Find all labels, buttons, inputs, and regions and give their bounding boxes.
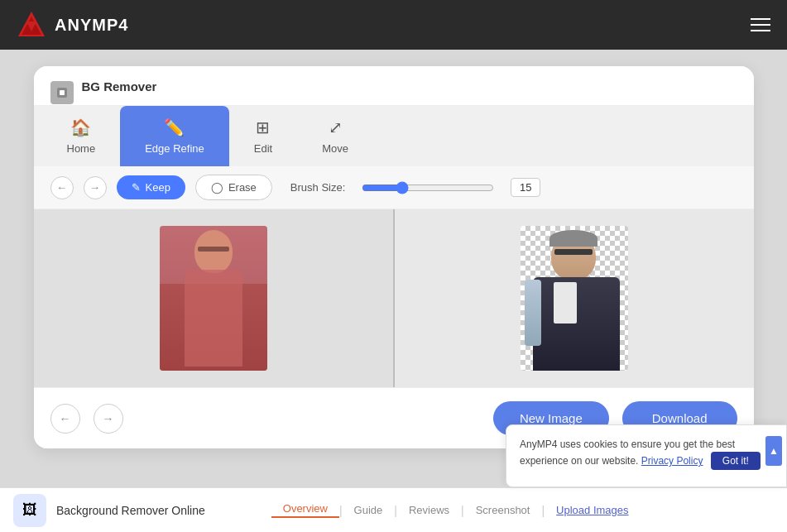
bg-remover-card: BG Remover 🏠 Home ✏️ Edge Refine ⊞ Edit … — [34, 66, 754, 448]
tab-move-label: Move — [322, 142, 348, 155]
canvas-right[interactable] — [395, 209, 754, 387]
nav-link-guide[interactable]: Guide — [343, 504, 395, 516]
tab-bar: 🏠 Home ✏️ Edge Refine ⊞ Edit ⤢ Move — [34, 106, 754, 166]
logo-text: ANYMP4 — [55, 16, 128, 35]
card-header-icon — [50, 81, 74, 104]
tab-move[interactable]: ⤢ Move — [297, 106, 373, 166]
main-area: BG Remover 🏠 Home ✏️ Edge Refine ⊞ Edit … — [0, 50, 787, 532]
tab-edge-refine-label: Edge Refine — [145, 142, 204, 155]
brush-size-slider[interactable] — [362, 181, 494, 194]
app-header: ANYMP4 — [0, 0, 787, 50]
nav-link-screenshot[interactable]: Screenshot — [464, 504, 542, 516]
nav-link-overview[interactable]: Overview — [271, 502, 339, 518]
svg-rect-4 — [60, 90, 65, 95]
original-image — [160, 226, 267, 371]
brush-size-label: Brush Size: — [290, 181, 345, 194]
undo-button[interactable]: ← — [50, 176, 74, 199]
bottom-nav: 🖼 Background Remover Online Overview | G… — [0, 487, 787, 532]
tab-edit-label: Edit — [254, 142, 272, 155]
nav-link-upload[interactable]: Upload Images — [545, 504, 640, 516]
keep-icon: ✎ — [132, 181, 141, 194]
result-image — [521, 226, 628, 371]
nav-link-reviews[interactable]: Reviews — [397, 504, 461, 516]
cookie-banner: AnyMP4 uses cookies to ensure you get th… — [506, 424, 787, 487]
bg-remover-icon — [55, 86, 69, 99]
tab-home[interactable]: 🏠 Home — [42, 106, 121, 166]
brush-size-value: 15 — [511, 178, 540, 197]
keep-label: Keep — [146, 181, 170, 194]
bottom-nav-links: Overview | Guide | Reviews | Screenshot … — [271, 502, 641, 518]
prev-button[interactable]: ← — [50, 404, 80, 434]
edit-icon: ⊞ — [256, 117, 270, 137]
canvas-area — [34, 209, 754, 387]
edge-refine-icon: ✏️ — [164, 117, 185, 137]
logo-container: ANYMP4 — [17, 10, 128, 40]
move-icon: ⤢ — [329, 117, 343, 137]
keep-button[interactable]: ✎ Keep — [117, 175, 185, 199]
next-button[interactable]: → — [94, 404, 123, 434]
card-title: BG Remover — [82, 79, 157, 105]
got-it-button[interactable]: Got it! — [711, 452, 761, 470]
toolbar: ← → ✎ Keep ◯ Erase Brush Size: 15 — [34, 166, 754, 209]
tab-edit[interactable]: ⊞ Edit — [229, 106, 297, 166]
redo-button[interactable]: → — [84, 176, 107, 199]
erase-icon: ◯ — [211, 181, 223, 194]
privacy-policy-link[interactable]: Privacy Policy — [641, 455, 703, 467]
erase-label: Erase — [228, 181, 257, 194]
home-icon: 🏠 — [70, 117, 91, 137]
logo-icon — [17, 10, 46, 40]
cookie-text-main: AnyMP4 uses cookies to ensure you get th… — [520, 439, 735, 467]
tab-edge-refine[interactable]: ✏️ Edge Refine — [120, 106, 229, 166]
bottom-nav-title: Background Remover Online — [56, 504, 205, 517]
card-header: BG Remover — [34, 66, 754, 106]
bottom-nav-icon: 🖼 — [13, 494, 46, 527]
hamburger-menu[interactable] — [751, 18, 770, 31]
scroll-up-arrow[interactable]: ▲ — [765, 436, 782, 466]
cookie-banner-text: AnyMP4 uses cookies to ensure you get th… — [520, 437, 773, 470]
tab-home-label: Home — [67, 142, 96, 155]
canvas-left[interactable] — [34, 209, 395, 387]
erase-button[interactable]: ◯ Erase — [195, 175, 272, 200]
